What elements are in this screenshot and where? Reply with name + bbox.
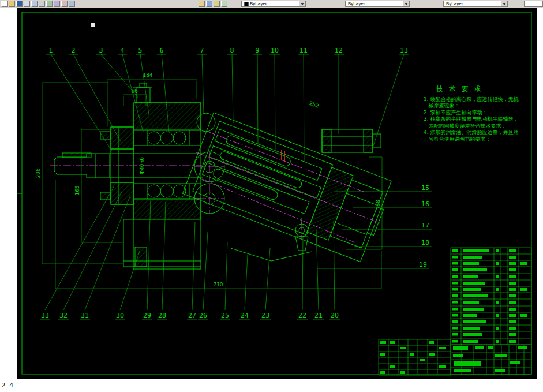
tech-requirements-title: 技 术 要 求 bbox=[436, 86, 539, 93]
print-icon[interactable] bbox=[24, 1, 30, 7]
callout-number: 32 bbox=[59, 312, 68, 319]
save-icon[interactable] bbox=[16, 1, 23, 7]
tech-requirement-line: 4. 添加的润滑油、润滑脂应适量，并且牌 bbox=[424, 129, 539, 136]
callout-number: 30 bbox=[116, 312, 124, 319]
layers-icon[interactable] bbox=[199, 1, 205, 7]
tech-requirement-line: 械摩擦现象： bbox=[424, 103, 539, 110]
paste-icon[interactable] bbox=[61, 1, 68, 7]
linetype-control-dropdown[interactable]: ByLayer bbox=[345, 1, 410, 7]
new-file-icon[interactable] bbox=[1, 1, 8, 7]
dimension-label: 184 bbox=[143, 72, 152, 78]
callout-number: 28 bbox=[158, 312, 166, 319]
callout-number: 4 bbox=[121, 47, 125, 54]
tech-requirement-line: 2. 泵轴不应产生轴向窜动： bbox=[424, 110, 539, 117]
callout-number: 1 bbox=[49, 47, 53, 54]
open-file-icon[interactable] bbox=[9, 1, 15, 7]
chevron-down-icon[interactable] bbox=[403, 1, 409, 6]
dimension-label: 710 bbox=[213, 282, 223, 288]
dimension-label: 165 bbox=[74, 185, 80, 195]
callout-number: 5 bbox=[138, 47, 143, 54]
callout-number: 23 bbox=[261, 312, 269, 319]
dimension-label: 58 bbox=[375, 200, 381, 207]
lineweight-control-value: ByLayer bbox=[446, 1, 463, 6]
callout-number: 29 bbox=[143, 312, 151, 319]
application-window: ByLayer ByLayer ByLayer bbox=[0, 0, 543, 392]
commandline-partial-text: 2 4 bbox=[2, 382, 13, 389]
callout-number: 25 bbox=[221, 312, 229, 319]
copy-icon[interactable] bbox=[54, 1, 60, 7]
callout-number: 11 bbox=[299, 47, 308, 54]
callout-number: 20 bbox=[331, 312, 339, 319]
callout-number: 19 bbox=[419, 261, 427, 268]
linetype-control-value: ByLayer bbox=[348, 1, 365, 6]
tech-requirement-line: 装配的同轴度误差符合技术要求： bbox=[424, 123, 539, 130]
callout-number: 6 bbox=[160, 47, 164, 54]
tech-requirement-line: 号符合使用说明书的要求： bbox=[424, 136, 539, 143]
dimension-label: Φ40h6 bbox=[139, 157, 145, 174]
callout-number: 3 bbox=[99, 47, 103, 54]
layer-states-icon[interactable] bbox=[221, 1, 227, 7]
cut-icon[interactable] bbox=[46, 1, 53, 7]
callout-number: 7 bbox=[200, 47, 204, 54]
callout-number: 9 bbox=[256, 47, 260, 54]
callout-number: 18 bbox=[421, 239, 429, 247]
preview-icon[interactable] bbox=[31, 1, 38, 7]
callout-number: 8 bbox=[230, 47, 234, 54]
callout-number: 16 bbox=[421, 200, 429, 208]
callout-number: 2 bbox=[72, 47, 76, 54]
make-layer-current-icon[interactable] bbox=[214, 1, 220, 7]
callout-number: 17 bbox=[421, 222, 429, 229]
dimension-label: 206 bbox=[35, 168, 41, 178]
layer-previous-icon[interactable] bbox=[206, 1, 212, 7]
callout-number: 26 bbox=[199, 312, 207, 319]
drawing-canvas[interactable]: 184 66 710 206 165 Φ40h6 58 252 1 2 bbox=[0, 0, 543, 392]
tech-requirement-line: 3. 柱塞泵的半联轴器与电动机半联轴器， bbox=[424, 116, 539, 123]
callout-number: 22 bbox=[298, 312, 306, 319]
toolbar: ByLayer ByLayer ByLayer bbox=[0, 0, 543, 8]
lineweight-control-dropdown[interactable]: ByLayer bbox=[443, 1, 508, 7]
color-swatch bbox=[244, 2, 249, 6]
spell-icon[interactable] bbox=[39, 1, 45, 7]
callout-number: 15 bbox=[421, 184, 429, 192]
callout-number: 21 bbox=[314, 312, 323, 319]
callout-number: 12 bbox=[335, 47, 343, 54]
callout-number: 13 bbox=[400, 47, 408, 54]
tech-requirements-note: 技 术 要 求 1. 装配合格的离心泵，应运转轻快，无机 械摩擦现象： 2. 泵… bbox=[424, 86, 539, 143]
callout-number: 27 bbox=[188, 312, 196, 319]
callout-number: 33 bbox=[41, 312, 49, 319]
chevron-down-icon[interactable] bbox=[501, 1, 507, 6]
color-control-value: ByLayer bbox=[250, 1, 267, 6]
color-control-dropdown[interactable]: ByLayer bbox=[241, 1, 306, 7]
callout-number: 31 bbox=[81, 312, 89, 319]
grip-marker bbox=[91, 23, 95, 27]
partial-dropdown[interactable] bbox=[524, 1, 543, 7]
tech-requirement-line: 1. 装配合格的离心泵，应运转轻快，无机 bbox=[424, 96, 539, 103]
callout-number: 24 bbox=[241, 312, 249, 319]
callout-number: 10 bbox=[271, 47, 279, 54]
undo-icon[interactable] bbox=[69, 1, 75, 7]
chevron-down-icon[interactable] bbox=[299, 1, 305, 6]
